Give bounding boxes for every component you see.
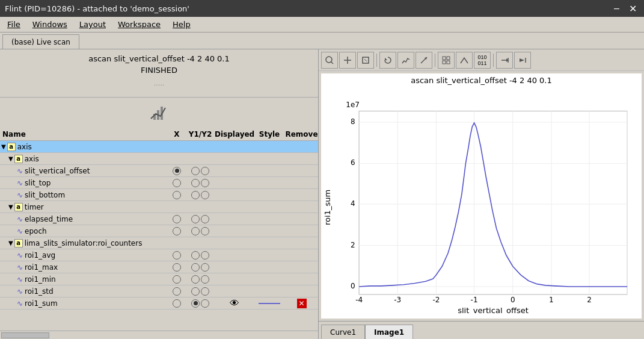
radio-y1[interactable] [191,215,200,223]
radio-y2[interactable] [201,191,209,199]
radio-x[interactable] [173,167,181,175]
grid-icon [441,55,451,65]
tree-cell-x[interactable] [168,287,186,296]
tree-cell-x[interactable] [168,251,186,260]
tree-cell-y[interactable] [186,191,215,199]
tab-live-scan[interactable]: (base) Live scan [2,34,79,49]
radio-x[interactable] [173,179,181,187]
radio-x[interactable] [173,251,181,260]
radio-x[interactable] [173,215,181,223]
tree-cell-style[interactable] [254,303,285,304]
radio-y1[interactable] [191,299,200,308]
binary-button[interactable]: 010011 [474,52,491,69]
close-button[interactable]: ✕ [627,3,639,14]
tree-cell-x[interactable] [168,179,186,187]
export2-button[interactable] [514,52,531,69]
radio-y1[interactable] [191,287,200,296]
radio-x[interactable] [173,299,181,308]
wave-icon: ∿ [17,263,23,272]
radio-x[interactable] [173,227,181,235]
expand-icon[interactable]: ▼ [1,143,6,150]
table-row[interactable]: ∿ roi1_min [0,273,318,285]
radio-y2[interactable] [201,263,209,272]
tree-cell-y[interactable] [186,263,215,272]
tree-cell-x[interactable] [168,263,186,272]
radio-y2[interactable] [201,299,209,308]
radio-y1[interactable] [191,191,200,199]
tree-cell-y[interactable] [186,167,215,175]
expand-icon[interactable]: ▼ [8,204,13,210]
arrow-button[interactable] [416,52,432,69]
tree-cell-y[interactable] [186,275,215,284]
radio-y2[interactable] [201,251,209,260]
tree-cell-x[interactable] [168,167,186,175]
refresh-button[interactable] [379,52,396,69]
radio-y1[interactable] [191,251,200,260]
tree-cell-remove[interactable]: ✕ [285,299,318,308]
tree-cell-y[interactable] [186,251,215,260]
table-row[interactable]: ∿ epoch [0,225,318,237]
expand-icon[interactable]: ▼ [8,155,13,162]
peak-button[interactable] [456,52,473,69]
horizontal-scrollbar[interactable] [0,331,318,339]
table-row[interactable]: ▼ a axis [0,153,318,165]
radio-y1[interactable] [191,263,200,272]
radio-x[interactable] [173,191,181,199]
menu-help[interactable]: Help [168,19,195,30]
menu-layout[interactable]: Layout [75,19,111,30]
menu-file[interactable]: File [2,19,25,30]
grid-button[interactable] [438,52,455,69]
select-button[interactable] [357,52,374,69]
tab-image1[interactable]: Image1 [365,325,413,339]
tree-cell-x[interactable] [168,299,186,308]
menu-windows[interactable]: Windows [28,19,72,30]
table-row[interactable]: ∿ roi1_sum 👁 [0,297,318,309]
radio-y1[interactable] [191,179,200,187]
radio-y2[interactable] [201,167,209,175]
radio-y2[interactable] [201,275,209,284]
minimize-button[interactable]: – [612,3,622,14]
table-row[interactable]: ▼ a timer [0,201,318,213]
line-button[interactable] [397,52,414,69]
crosshair-button[interactable] [339,52,356,69]
table-row[interactable]: ∿ roi1_std [0,285,318,297]
tree-cell-x[interactable] [168,275,186,284]
eye-icon[interactable]: 👁 [230,297,239,309]
menu-workspace[interactable]: Workspace [113,19,165,30]
radio-y1[interactable] [191,275,200,284]
tree-cell-y[interactable] [186,299,215,308]
tree-cell-y[interactable] [186,179,215,187]
zoom-button[interactable] [321,52,338,69]
tree-cell-x[interactable] [168,227,186,235]
tree-cell-disp[interactable]: 👁 [215,297,254,309]
tree-cell-x[interactable] [168,215,186,223]
radio-y2[interactable] [201,227,209,235]
radio-y2[interactable] [201,215,209,223]
export1-button[interactable] [496,52,513,69]
radio-y2[interactable] [201,179,209,187]
table-row[interactable]: ▼ a lima_slits_simulator:roi_counters [0,237,318,249]
table-row[interactable]: ▼ a axis [0,141,318,153]
table-row[interactable]: ∿ slit_vertical_offset [0,165,318,177]
remove-button[interactable]: ✕ [297,299,307,308]
radio-y1[interactable] [191,227,200,235]
style-line[interactable] [259,303,280,304]
radio-x[interactable] [173,263,181,272]
radio-y2[interactable] [201,287,209,296]
table-row[interactable]: ∿ roi1_avg [0,249,318,261]
tree-cell-y[interactable] [186,215,215,223]
expand-icon[interactable]: ▼ [8,240,13,246]
table-row[interactable]: ∿ slit_bottom [0,189,318,201]
table-row[interactable]: ∿ roi1_max [0,261,318,273]
tree-cell-x[interactable] [168,191,186,199]
svg-line-8 [364,59,367,61]
tree-cell-y[interactable] [186,227,215,235]
tree-cell-y[interactable] [186,287,215,296]
radio-y1[interactable] [191,167,200,175]
radio-x[interactable] [173,275,181,284]
table-row[interactable]: ∿ elapsed_time [0,213,318,225]
radio-x[interactable] [173,287,181,296]
table-row[interactable]: ∿ slit_top [0,177,318,189]
tab-curve1[interactable]: Curve1 [321,325,365,339]
scrollbar-thumb[interactable] [1,332,49,338]
